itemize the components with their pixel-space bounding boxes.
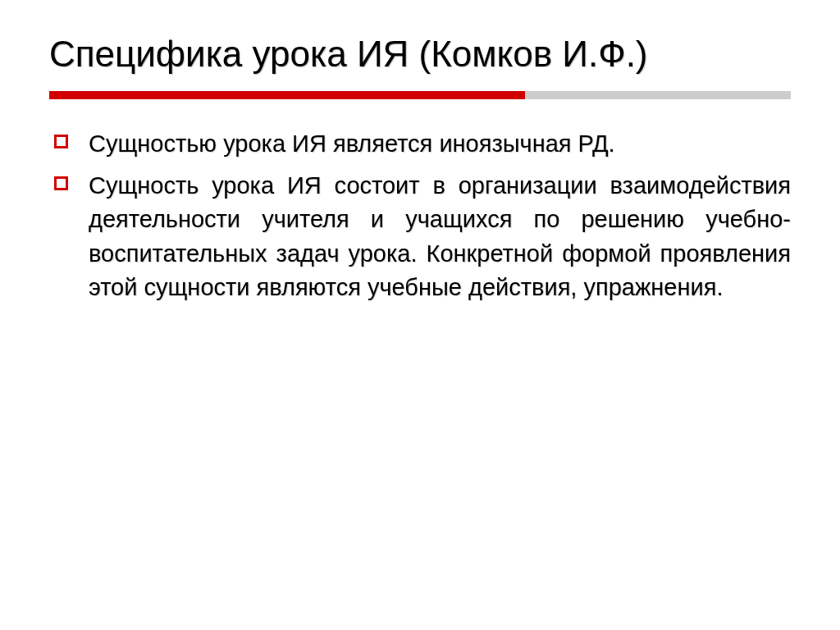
page-title: Специфика урока ИЯ (Комков И.Ф.) (49, 31, 791, 76)
title-underline (49, 91, 791, 99)
list-item-text: Сущность урока ИЯ состоит в организации … (89, 172, 791, 300)
underline-red (49, 91, 525, 99)
square-bullet-icon (54, 135, 68, 148)
content-area: Сущностью урока ИЯ является иноязычная Р… (49, 127, 791, 304)
list-item: Сущность урока ИЯ состоит в организации … (89, 169, 791, 304)
slide: Специфика урока ИЯ (Комков И.Ф.) Сущност… (0, 0, 840, 630)
square-bullet-icon (54, 176, 68, 190)
list-item: Сущностью урока ИЯ является иноязычная Р… (89, 127, 791, 161)
list-item-text: Сущностью урока ИЯ является иноязычная Р… (89, 130, 615, 157)
